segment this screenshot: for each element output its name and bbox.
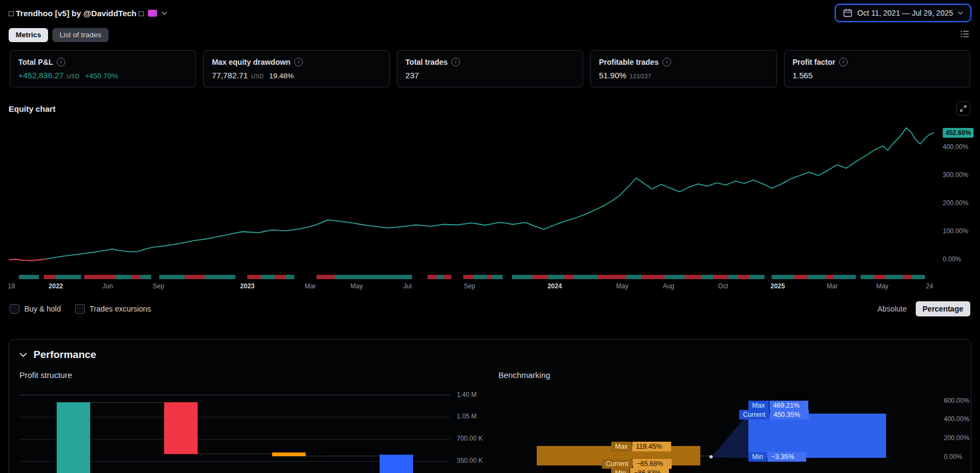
period-strip-segment: [56, 275, 82, 279]
period-strip-segment: [765, 275, 772, 279]
strategy-current-chip: Current 450.35%: [739, 410, 809, 420]
report-tabs: Metrics List of trades: [9, 28, 971, 42]
waterfall-connector: [306, 456, 380, 456]
metric-title: Total P&L: [18, 58, 53, 66]
period-strip-segment: [574, 275, 598, 279]
period-strip-segment: [861, 275, 875, 279]
period-strip-segment: [487, 275, 492, 279]
chevron-down-icon[interactable]: [161, 11, 167, 15]
x-axis-label: Jul: [395, 282, 421, 290]
absolute-toggle[interactable]: Absolute: [872, 301, 912, 316]
period-strip-segment: [749, 275, 765, 279]
equity-y-axis: 452.60% 400.00% 300.00% 200.00% 100.00% …: [943, 122, 978, 263]
period-strip-segment: [548, 275, 564, 279]
waterfall-connector: [90, 402, 164, 403]
chip-label: Max: [611, 442, 632, 451]
date-range-picker[interactable]: Oct 11, 2021 — Jul 29, 2025: [835, 4, 971, 22]
period-strip-segment: [834, 275, 855, 279]
y-axis-label: 700.00 K: [457, 435, 483, 442]
connector-dot: [709, 455, 713, 458]
info-icon[interactable]: i: [663, 58, 671, 66]
info-icon[interactable]: i: [57, 58, 65, 66]
metric-card-total-pnl: Total P&Li +452,836.27USD+450.70%: [10, 50, 196, 87]
equity-chart-plot[interactable]: [9, 122, 934, 263]
period-strip-segment: [84, 275, 116, 279]
period-strip-segment: [738, 275, 749, 279]
period-strip-segment: [728, 275, 738, 279]
net-profit-bar[interactable]: [380, 455, 413, 473]
gross-loss-bar[interactable]: [164, 402, 198, 454]
equity-line: [9, 128, 934, 261]
period-strip-segment: [794, 275, 807, 279]
top-bar: □ Trendhoo [v5] by @DaviddTech □ Oct 11,…: [0, 0, 980, 26]
waterfall-connector: [198, 454, 272, 454]
period-strip-segment: [316, 275, 335, 279]
buyhold-current-chip: Current −65.68%: [602, 459, 672, 469]
chip-value: −65.68%: [633, 459, 672, 469]
info-icon[interactable]: i: [294, 58, 303, 66]
profit-structure-chart[interactable]: [19, 391, 450, 473]
chip-label: Min: [748, 452, 767, 462]
metric-value: 1.565: [793, 71, 813, 80]
period-strip-segment: [856, 275, 861, 279]
period-strip-segment: [132, 275, 140, 279]
commission-bar[interactable]: [272, 452, 306, 456]
y-axis-label: 200.00%: [944, 434, 969, 442]
date-range-label: Oct 11, 2021 — Jul 29, 2025: [857, 9, 953, 17]
gross-profit-bar[interactable]: [57, 402, 90, 473]
strategy-range-bar[interactable]: [748, 414, 886, 458]
info-icon[interactable]: i: [839, 58, 848, 66]
fullscreen-icon: [960, 105, 967, 112]
period-strip-segment: [294, 275, 316, 279]
chart-controls: Buy & hold Trades excursions Absolute Pe…: [10, 301, 970, 316]
dashed-connector: [685, 456, 709, 456]
collapse-chevron-icon[interactable]: [19, 352, 28, 358]
x-axis-label: Aug: [655, 282, 681, 290]
period-strip-segment: [685, 275, 701, 279]
chip-label: Max: [748, 401, 769, 410]
tab-metrics[interactable]: Metrics: [9, 28, 48, 42]
metric-unit: USD: [251, 73, 263, 79]
benchmarking-chart[interactable]: Max 119.45% Current −65.68% Min −86.83% …: [498, 394, 925, 473]
y-axis-label: 0.00%: [943, 255, 961, 263]
metric-unit: USD: [67, 73, 79, 79]
chip-value: 119.45%: [632, 442, 671, 451]
x-axis-label: Oct: [710, 282, 736, 290]
buy-hold-checkbox[interactable]: Buy & hold: [10, 304, 61, 314]
period-strip-segment: [451, 275, 463, 279]
period-strip-segment: [564, 275, 574, 279]
period-strip-segment: [885, 275, 903, 279]
x-axis-label: May: [609, 282, 635, 290]
gridline: [19, 395, 450, 395]
performance-title: Performance: [33, 349, 96, 361]
period-strip-segment: [474, 275, 488, 279]
y-axis-label: 300.00%: [943, 171, 968, 179]
report-layout-button[interactable]: [958, 28, 971, 42]
info-icon[interactable]: i: [451, 58, 460, 66]
trades-excursions-checkbox[interactable]: Trades excursions: [75, 304, 151, 314]
x-axis-label: 2024: [542, 282, 567, 290]
performance-panel: Performance Profit structure Benchmarkin…: [9, 339, 971, 473]
period-strip-segment: [626, 275, 641, 279]
checkbox-box[interactable]: [75, 304, 85, 314]
period-strip-segment: [335, 275, 412, 279]
buyhold-max-chip: Max 119.45%: [611, 442, 671, 451]
percentage-toggle[interactable]: Percentage: [916, 301, 970, 316]
checkbox-box[interactable]: [10, 304, 19, 314]
equity-x-axis[interactable]: 182022JunSep2023MarMayJulSep2024MayAugOc…: [9, 282, 934, 292]
tab-list-of-trades[interactable]: List of trades: [52, 28, 108, 42]
period-strip-segment: [247, 275, 261, 279]
x-axis-label: Mar: [819, 282, 845, 290]
x-axis-label: 2023: [234, 282, 260, 290]
chip-value: 469.21%: [769, 401, 808, 410]
fullscreen-button[interactable]: [956, 102, 970, 116]
metric-card-max-drawdown: Max equity drawdowni 77,782.71USD19.48%: [203, 50, 389, 87]
period-strip-segment: [713, 275, 728, 279]
period-strip-segment: [44, 275, 56, 279]
period-strip-segment: [665, 275, 685, 279]
chip-value: −86.83%: [630, 468, 669, 473]
y-axis-label: 1.05 M: [457, 413, 477, 420]
period-strip-segment: [641, 275, 665, 279]
x-axis-label: 2022: [43, 282, 69, 290]
x-axis-label: Sep: [457, 282, 483, 290]
